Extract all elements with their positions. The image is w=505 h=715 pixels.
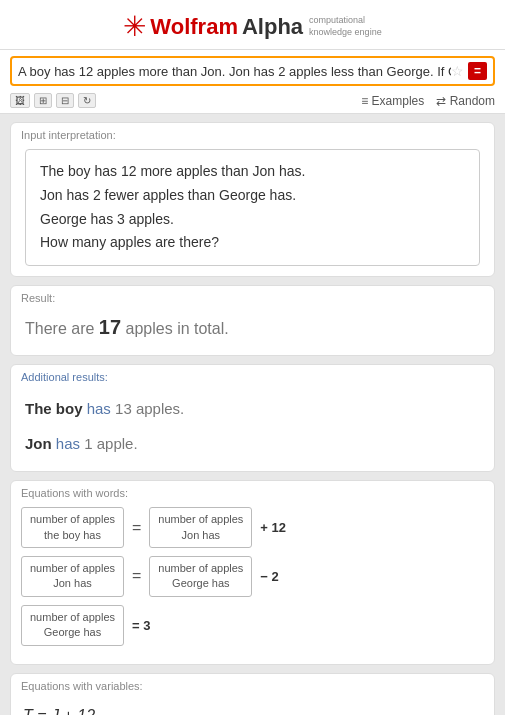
interpretation-card: Input interpretation: The boy has 12 mor… xyxy=(10,122,495,277)
interpretation-box: The boy has 12 more apples than Jon has.… xyxy=(25,149,480,266)
interp-line-2: Jon has 2 fewer apples than George has. xyxy=(40,184,465,208)
logo-area: ✳ WolframAlpha computational knowledge e… xyxy=(0,10,505,43)
eq-equals-2: = xyxy=(132,567,141,585)
additional-line-1: The boy has 13 apples. xyxy=(23,391,482,426)
eq-op-3: = 3 xyxy=(132,618,150,633)
additional-body: The boy has 13 apples. Jon has 1 apple. xyxy=(11,385,494,471)
eq-op-1: + 12 xyxy=(260,520,286,535)
logo-alpha[interactable]: Alpha xyxy=(242,14,303,40)
result-body: There are 17 apples in total. xyxy=(11,306,494,355)
toolbar-btn-2[interactable]: ⊞ xyxy=(34,93,52,108)
eq-row-3: number of apples George has = 3 xyxy=(21,605,484,646)
result-label: Result: xyxy=(11,286,494,306)
toolbar-btn-1[interactable]: 🖼 xyxy=(10,93,30,108)
equations-vars-card: Equations with variables: T = J + 12 J =… xyxy=(10,673,495,715)
random-link[interactable]: ⇄ Random xyxy=(436,94,495,108)
additional-label: Additional results: xyxy=(11,365,494,385)
toolbar: 🖼 ⊞ ⊟ ↻ ≡ Examples ⇄ Random xyxy=(0,90,505,114)
toolbar-left: 🖼 ⊞ ⊟ ↻ xyxy=(10,93,96,108)
eq-row-1: number of apples the boy has = number of… xyxy=(21,507,484,548)
logo-tagline: computational knowledge engine xyxy=(309,15,382,38)
search-icons: ☆ = xyxy=(451,62,487,80)
eq-box-3-left: number of apples George has xyxy=(21,605,124,646)
additional-line-2: Jon has 1 apple. xyxy=(23,426,482,461)
wolfram-star-icon: ✳ xyxy=(123,10,146,43)
result-card: Result: There are 17 apples in total. xyxy=(10,285,495,356)
eq-equals-1: = xyxy=(132,519,141,537)
interp-line-3: George has 3 apples. xyxy=(40,208,465,232)
interpretation-label: Input interpretation: xyxy=(11,123,494,143)
header: ✳ WolframAlpha computational knowledge e… xyxy=(0,0,505,50)
search-input[interactable] xyxy=(18,64,451,79)
equations-vars-body: T = J + 12 J = G − 2 G = 3 xyxy=(11,694,494,715)
toolbar-right: ≡ Examples ⇄ Random xyxy=(361,94,495,108)
search-bar-wrapper: ☆ = xyxy=(0,50,505,90)
equations-words-body: number of apples the boy has = number of… xyxy=(11,501,494,663)
eq-op-2: − 2 xyxy=(260,569,278,584)
eq-box-1-right: number of apples Jon has xyxy=(149,507,252,548)
equations-words-card: Equations with words: number of apples t… xyxy=(10,480,495,664)
result-number: 17 xyxy=(99,316,121,338)
interpretation-body: The boy has 12 more apples than Jon has.… xyxy=(11,143,494,276)
var-line-1: T = J + 12 xyxy=(23,700,482,715)
favorite-icon[interactable]: ☆ xyxy=(451,63,464,79)
additional-card: Additional results: The boy has 13 apple… xyxy=(10,364,495,472)
go-button[interactable]: = xyxy=(468,62,487,80)
result-pre: There are xyxy=(25,320,94,337)
logo-wolfram[interactable]: Wolfram xyxy=(150,14,238,40)
equations-words-label: Equations with words: xyxy=(11,481,494,501)
eq-box-1-left: number of apples the boy has xyxy=(21,507,124,548)
result-post: apples in total. xyxy=(126,320,229,337)
toolbar-btn-4[interactable]: ↻ xyxy=(78,93,96,108)
result-text: There are 17 apples in total. xyxy=(23,312,482,345)
interp-line-1: The boy has 12 more apples than Jon has. xyxy=(40,160,465,184)
examples-link[interactable]: ≡ Examples xyxy=(361,94,424,108)
main-content: Input interpretation: The boy has 12 mor… xyxy=(0,114,505,715)
eq-box-2-left: number of apples Jon has xyxy=(21,556,124,597)
eq-row-2: number of apples Jon has = number of app… xyxy=(21,556,484,597)
eq-box-2-right: number of apples George has xyxy=(149,556,252,597)
equations-vars-label: Equations with variables: xyxy=(11,674,494,694)
toolbar-btn-3[interactable]: ⊟ xyxy=(56,93,74,108)
interp-line-4: How many apples are there? xyxy=(40,231,465,255)
search-bar: ☆ = xyxy=(10,56,495,86)
